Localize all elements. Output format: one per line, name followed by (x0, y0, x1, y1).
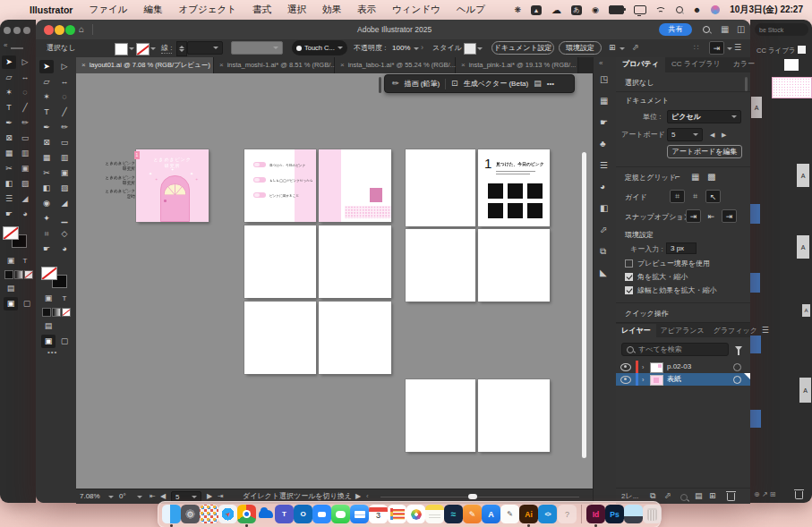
tab-insta-labo[interactable]: × insta_labo-1.ai* @ 55.24 % (RGB/... (335, 57, 456, 73)
layers-search-field[interactable]: すべてを検索 (621, 343, 729, 356)
visibility-eye-icon[interactable] (620, 376, 631, 384)
grid-tool[interactable]: ▦ (2, 147, 16, 160)
release-export-icon[interactable]: ⬀ (664, 492, 671, 500)
library-item-pink-grid[interactable] (772, 77, 812, 98)
dock-indesign-icon[interactable]: Id (586, 505, 605, 523)
dock-textedit-icon[interactable]: ✎ (500, 505, 519, 523)
perspective-tool[interactable]: ◇ (57, 227, 72, 241)
blend-tool[interactable]: ◉ (39, 197, 54, 210)
rectangle-tool[interactable]: ▭ (18, 132, 32, 145)
inactive-close-button[interactable] (4, 27, 11, 34)
snap-to-grid-icon[interactable]: ⇥ (686, 209, 701, 223)
image-icon[interactable]: ▤ (534, 80, 542, 88)
artboard-thumb-selected[interactable] (750, 410, 761, 428)
column-graph-tool[interactable]: ▥ (18, 147, 32, 160)
menu-help[interactable]: ヘルプ (449, 4, 493, 16)
artboard-p08[interactable] (406, 149, 475, 226)
artboard-tool[interactable]: ▱ (39, 75, 54, 89)
visibility-eye-icon[interactable] (620, 363, 631, 371)
next-artboard-icon[interactable]: ▶ (722, 132, 726, 138)
stroke-weight-label[interactable]: 線 : (161, 45, 172, 54)
artboard-p05[interactable] (319, 225, 391, 298)
dock-finder-icon[interactable] (162, 505, 181, 523)
tab-color[interactable]: カラー (727, 57, 761, 72)
dock-vscode-icon[interactable]: <> (538, 505, 557, 523)
transparency-grid-icon[interactable]: ▩ (707, 173, 715, 182)
gradient-panel-icon[interactable]: ◧ (600, 204, 608, 213)
dock-reminders-icon[interactable] (388, 505, 406, 523)
dock-trash-icon[interactable] (643, 505, 662, 523)
artboard-p03[interactable] (319, 149, 391, 222)
artboard-thumb-selected[interactable] (750, 204, 760, 224)
color-button[interactable] (4, 270, 13, 279)
export-icon[interactable]: ⬀ (632, 44, 639, 52)
smart-guides-icon[interactable]: ↖ (705, 190, 721, 203)
tab-close-icon[interactable]: × (340, 62, 345, 69)
artboard-count-dropdown[interactable]: 5 (667, 128, 703, 141)
workspace-switcher-icon[interactable]: ◫ (737, 25, 745, 34)
h-scrollbar-thumb[interactable] (468, 494, 477, 499)
dock-wave-app-icon[interactable]: ≈ (444, 505, 463, 523)
export-panel-icon[interactable]: ⬀ (600, 225, 607, 234)
panel-options-icon[interactable]: ⊞ (609, 44, 616, 52)
menu-select[interactable]: 選択 (279, 4, 314, 16)
style-swatch[interactable] (464, 43, 476, 55)
menu-edit[interactable]: 編集 (135, 4, 170, 16)
panel-options-caret[interactable] (620, 47, 625, 50)
menu-clock[interactable]: 10月3日(金) 22:27 (730, 4, 803, 16)
opacity-value[interactable]: 100% (392, 45, 410, 52)
unit-dropdown[interactable]: ピクセル (667, 110, 741, 123)
tab-appearance[interactable]: アピアランス (656, 324, 709, 337)
artboard-p11[interactable] (478, 229, 550, 302)
menu-window[interactable]: ウィンドウ (384, 4, 449, 16)
artboard-thumb[interactable]: A (802, 304, 810, 317)
align-caret[interactable] (727, 47, 732, 50)
selection-tool[interactable]: ➤ (39, 60, 54, 73)
library-item-white[interactable] (784, 59, 799, 71)
document-setup-button[interactable]: ドキュメント設定 (491, 41, 554, 55)
paintbrush-tool[interactable]: ✒ (2, 116, 16, 130)
frame-tool[interactable]: ⊠ (2, 132, 16, 145)
draw-pencil-button[interactable]: 描画 (鉛筆) (405, 81, 440, 88)
fill-swatch[interactable] (41, 267, 57, 280)
draw-behind-button[interactable]: ▢ (20, 297, 34, 310)
hint-back-icon[interactable]: ‹ (366, 493, 369, 500)
draw-normal-button[interactable]: ▣ (4, 297, 18, 310)
dock-safari-icon[interactable]: ➤ (218, 505, 237, 523)
dock-onedrive-icon[interactable] (256, 505, 275, 523)
free-transform-tool[interactable]: ▣ (57, 166, 72, 180)
none-button[interactable] (62, 308, 71, 317)
scale-strokes-checkbox[interactable] (625, 286, 633, 294)
artboard-p07[interactable] (319, 302, 391, 374)
menu-view[interactable]: 表示 (349, 4, 384, 16)
scale-corners-checkbox[interactable] (625, 273, 633, 281)
artboard-thumb-selected[interactable] (750, 273, 760, 293)
dock-photos-icon[interactable] (406, 505, 425, 523)
tab-cc-libraries[interactable]: CC ライブラリ (665, 57, 727, 72)
stock-search-field[interactable]: be Stock (755, 23, 808, 36)
dock-missing-app-icon[interactable]: ? (558, 505, 577, 523)
gradient-button[interactable] (52, 308, 61, 317)
fill-color-swatch[interactable] (115, 43, 128, 55)
layer-name[interactable]: 表紙 (667, 376, 681, 383)
search-icon[interactable] (703, 26, 710, 33)
lasso-tool[interactable]: ◌ (57, 90, 72, 104)
tab-insta-moshi[interactable]: × insta_moshi-1.ai* @ 8.51 % (RGB/... (214, 57, 335, 73)
vpn-icon[interactable]: ❋ (514, 5, 521, 14)
draw-normal-button[interactable]: ▣ (41, 335, 56, 348)
context-bar-handle[interactable] (379, 77, 381, 93)
expand-arrow-icon[interactable]: › (642, 364, 644, 370)
artboard-thumb[interactable]: A (751, 97, 762, 118)
magic-wand-tool[interactable]: ✶ (39, 90, 54, 104)
menu-file[interactable]: ファイル (81, 4, 135, 16)
mesh-tool[interactable]: ▨ (57, 182, 72, 195)
gradient-tool[interactable]: ◧ (2, 177, 16, 191)
key-input-field[interactable]: 3 px (666, 242, 697, 254)
color-mode-button[interactable]: ▣ (41, 292, 56, 305)
pencil-tool[interactable]: ✏ (57, 121, 72, 134)
new-layer-icon[interactable]: ⊞ (709, 492, 716, 500)
delete-layer-icon[interactable] (727, 493, 735, 501)
edit-toolbar-button[interactable]: ••• (47, 349, 57, 356)
prev-artboard-icon[interactable]: ◀ (160, 493, 166, 500)
hand-tool[interactable]: ☛ (2, 208, 16, 221)
